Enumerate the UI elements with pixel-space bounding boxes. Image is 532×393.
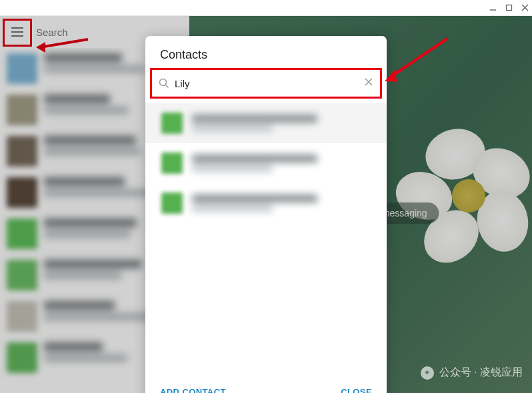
close-button[interactable] — [519, 2, 531, 14]
modal-title: Contacts — [145, 36, 387, 70]
contacts-results — [145, 103, 387, 376]
contacts-search-input[interactable] — [175, 78, 359, 89]
contact-result[interactable] — [145, 183, 387, 223]
minimize-button[interactable] — [487, 2, 499, 14]
background-flower — [385, 123, 532, 276]
avatar — [7, 260, 37, 290]
svg-line-10 — [165, 85, 168, 87]
contacts-modal: Contacts ADD CONTACT CLOSE — [145, 36, 387, 393]
result-info — [192, 195, 371, 212]
close-icon — [364, 77, 373, 87]
avatar — [7, 53, 37, 84]
avatar — [161, 113, 183, 134]
hamburger-icon — [11, 27, 24, 37]
clear-search-button[interactable] — [364, 77, 373, 89]
app-container: Select a chat to start messaging Contact… — [0, 16, 532, 393]
maximize-button[interactable] — [503, 2, 515, 14]
avatar — [7, 218, 37, 249]
svg-rect-1 — [506, 5, 511, 11]
avatar — [7, 301, 37, 332]
avatar — [7, 177, 37, 208]
add-contact-button[interactable]: ADD CONTACT — [160, 387, 226, 393]
contact-result[interactable] — [145, 143, 387, 183]
window-titlebar — [0, 0, 532, 16]
result-info — [192, 155, 371, 172]
avatar — [161, 193, 183, 214]
result-info — [192, 115, 371, 132]
close-modal-button[interactable]: CLOSE — [341, 387, 372, 393]
avatar — [7, 342, 37, 373]
svg-point-9 — [160, 79, 167, 86]
contact-result[interactable] — [145, 103, 387, 143]
avatar — [161, 153, 183, 174]
contacts-search-row — [152, 70, 380, 97]
menu-button[interactable] — [4, 19, 31, 45]
avatar — [7, 136, 37, 167]
modal-footer: ADD CONTACT CLOSE — [145, 376, 387, 393]
avatar — [7, 95, 37, 125]
search-icon — [159, 78, 169, 89]
